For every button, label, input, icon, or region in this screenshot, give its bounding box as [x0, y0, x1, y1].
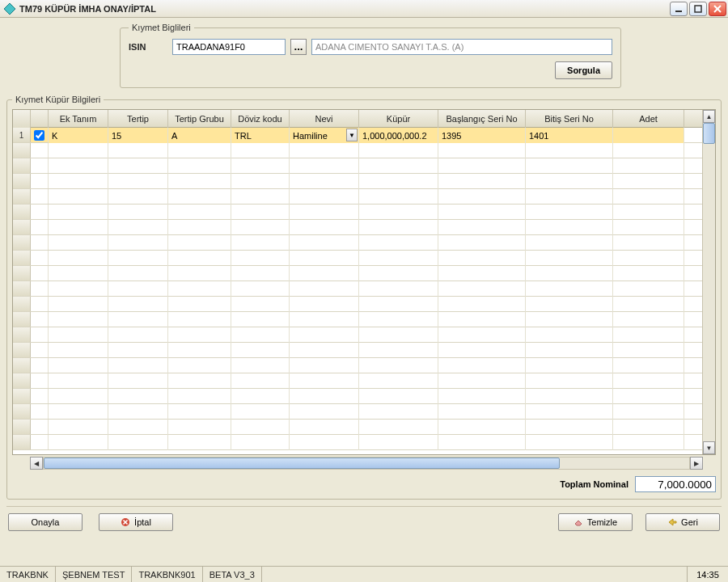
cell-empty[interactable] [438, 251, 526, 266]
cell-empty[interactable] [108, 297, 168, 312]
row-number[interactable] [13, 373, 31, 388]
cell-empty[interactable] [359, 343, 438, 358]
cell-empty[interactable] [49, 420, 108, 435]
cell-empty[interactable] [526, 312, 613, 327]
cell-empty[interactable] [290, 143, 359, 158]
row-checkbox-cell[interactable] [31, 174, 49, 188]
grid-row-empty[interactable] [13, 266, 702, 281]
grid-row-empty[interactable] [13, 205, 702, 220]
cell-empty[interactable] [231, 358, 290, 373]
cell-empty[interactable] [526, 189, 613, 205]
cell-empty[interactable] [231, 404, 290, 420]
cell-empty[interactable] [613, 174, 684, 189]
row-checkbox-cell[interactable] [31, 205, 49, 219]
cell-empty[interactable] [168, 327, 231, 343]
cell-empty[interactable] [526, 404, 613, 420]
cell-empty[interactable] [168, 281, 231, 297]
grid-row-empty[interactable] [13, 435, 702, 450]
cell-empty[interactable] [168, 266, 231, 281]
cell-empty[interactable] [168, 297, 231, 312]
cell-empty[interactable] [168, 235, 231, 251]
cell-empty[interactable] [438, 297, 526, 312]
cell-empty[interactable] [290, 189, 359, 205]
grid-row[interactable]: 1 K 15 A TRL Hamiline ▼ 1,000,000,000.2 [13, 128, 702, 143]
cell-empty[interactable] [49, 373, 108, 389]
scroll-up-icon[interactable]: ▲ [703, 110, 715, 123]
cell-empty[interactable] [231, 435, 290, 450]
row-checkbox-cell[interactable] [31, 389, 49, 403]
cell-empty[interactable] [438, 235, 526, 251]
cell-empty[interactable] [290, 281, 359, 297]
grid-row-empty[interactable] [13, 404, 702, 420]
cell-empty[interactable] [108, 358, 168, 373]
cell-empty[interactable] [438, 174, 526, 189]
cell-empty[interactable] [438, 312, 526, 327]
sorgula-button[interactable]: Sorgula [555, 61, 612, 79]
vertical-scrollbar[interactable]: ▲ ▼ [702, 110, 715, 454]
cell-empty[interactable] [526, 435, 613, 450]
grid-row-empty[interactable] [13, 327, 702, 343]
cell-empty[interactable] [438, 205, 526, 220]
col-kupur[interactable]: Küpür [359, 110, 438, 128]
cell-empty[interactable] [613, 404, 684, 420]
row-number[interactable] [13, 420, 31, 434]
cell-empty[interactable] [290, 389, 359, 404]
row-checkbox-cell[interactable] [31, 312, 49, 327]
cell-empty[interactable] [108, 205, 168, 220]
cell-empty[interactable] [49, 235, 108, 251]
row-checkbox-cell[interactable] [31, 404, 49, 419]
row-number[interactable] [13, 235, 31, 250]
cell-empty[interactable] [526, 143, 613, 158]
scroll-down-icon[interactable]: ▼ [703, 441, 715, 454]
cell-empty[interactable] [168, 205, 231, 220]
cell-empty[interactable] [49, 220, 108, 235]
cell-empty[interactable] [526, 251, 613, 266]
grid-row-empty[interactable] [13, 158, 702, 174]
grid-row-empty[interactable] [13, 389, 702, 404]
cell-empty[interactable] [359, 143, 438, 158]
cell-empty[interactable] [290, 174, 359, 189]
cell-empty[interactable] [231, 189, 290, 205]
cell-empty[interactable] [168, 251, 231, 266]
cell-empty[interactable] [231, 143, 290, 158]
col-doviz-kodu[interactable]: Döviz kodu [231, 110, 290, 128]
cell-empty[interactable] [231, 205, 290, 220]
row-number[interactable] [13, 435, 31, 449]
cell-empty[interactable] [290, 435, 359, 450]
row-checkbox-cell[interactable] [31, 251, 49, 265]
cell-empty[interactable] [108, 251, 168, 266]
hscroll-thumb[interactable] [44, 458, 560, 469]
cell-empty[interactable] [438, 389, 526, 404]
cell-empty[interactable] [359, 220, 438, 235]
cell-empty[interactable] [613, 251, 684, 266]
row-checkbox-cell[interactable] [31, 266, 49, 280]
grid-row-empty[interactable] [13, 235, 702, 251]
row-checkbox-cell[interactable] [31, 435, 49, 449]
cell-empty[interactable] [49, 189, 108, 205]
row-number[interactable]: 1 [13, 128, 31, 142]
cell-empty[interactable] [359, 358, 438, 373]
cell-empty[interactable] [49, 358, 108, 373]
row-checkbox-cell[interactable] [31, 420, 49, 434]
cell-empty[interactable] [613, 189, 684, 205]
col-adet[interactable]: Adet [613, 110, 684, 128]
row-checkbox-cell[interactable] [31, 143, 49, 158]
cell-empty[interactable] [108, 235, 168, 251]
cell-empty[interactable] [231, 389, 290, 404]
cell-empty[interactable] [438, 404, 526, 420]
cell-empty[interactable] [613, 327, 684, 343]
cell-empty[interactable] [108, 343, 168, 358]
cell-empty[interactable] [168, 158, 231, 174]
cell-empty[interactable] [526, 297, 613, 312]
row-checkbox-cell[interactable] [31, 128, 49, 142]
isin-input[interactable] [172, 39, 286, 55]
cell-empty[interactable] [231, 266, 290, 281]
cell-empty[interactable] [231, 297, 290, 312]
cell-empty[interactable] [359, 266, 438, 281]
cell-empty[interactable] [231, 174, 290, 189]
grid-check-header[interactable] [31, 110, 49, 128]
cell-empty[interactable] [49, 143, 108, 158]
cell-empty[interactable] [526, 158, 613, 174]
cell-adet[interactable] [613, 128, 684, 143]
cell-empty[interactable] [231, 235, 290, 251]
